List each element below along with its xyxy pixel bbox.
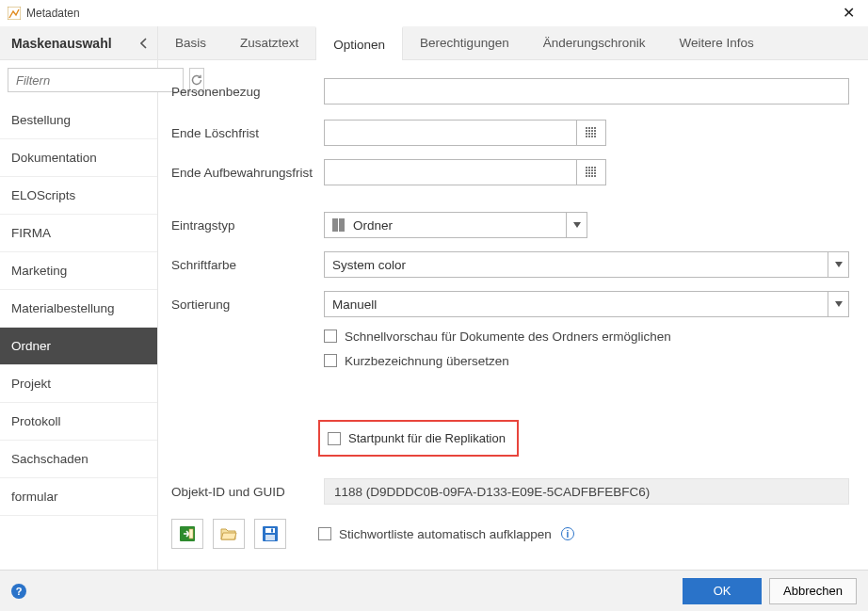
close-button[interactable]: ✕ [837, 4, 860, 23]
mask-item-label: Marketing [11, 264, 67, 278]
guid-label: Objekt-ID und GUID [171, 485, 324, 499]
sortierung-value: Manuell [332, 297, 377, 312]
calendar-icon [585, 126, 598, 139]
svg-rect-19 [591, 167, 593, 169]
svg-rect-16 [594, 136, 596, 137]
svg-rect-20 [594, 167, 596, 169]
svg-rect-15 [591, 136, 593, 137]
app-icon [8, 7, 21, 20]
tab-label: Weitere Infos [680, 36, 754, 50]
date-picker-button[interactable] [576, 120, 606, 146]
svg-rect-27 [591, 172, 593, 174]
mask-item-label: Sachschaden [11, 452, 88, 466]
stichwortliste-checkbox-row[interactable]: Stichwortliste automatisch aufklappen i [318, 522, 574, 546]
mask-item[interactable]: Sachschaden [0, 441, 157, 478]
chevron-down-icon [573, 222, 581, 228]
svg-rect-29 [586, 175, 587, 177]
personenbezug-label: Personenbezug [171, 85, 324, 99]
date-picker-button[interactable] [576, 159, 606, 185]
combo-dropdown-button[interactable] [567, 212, 587, 238]
mask-item[interactable]: Bestellung [0, 102, 157, 139]
ende-aufbewahrung-label: Ende Aufbewahrungsfrist [171, 166, 324, 180]
mask-item-label: Projekt [11, 377, 51, 391]
svg-rect-25 [586, 172, 587, 174]
tab-berechtigungen[interactable]: Berechtigungen [403, 26, 526, 59]
mask-item[interactable]: Projekt [0, 365, 157, 403]
combo-dropdown-button[interactable] [828, 291, 849, 317]
filter-input[interactable] [8, 68, 184, 92]
tab-label: Optionen [333, 38, 385, 52]
mask-item[interactable]: Ordner [0, 328, 157, 365]
open-folder-button[interactable] [213, 519, 245, 549]
save-button[interactable] [254, 519, 286, 549]
mask-item-label: formular [11, 490, 58, 504]
ende-loeschfrist-input[interactable] [324, 120, 576, 146]
svg-rect-23 [591, 169, 593, 171]
tab-zusatztext[interactable]: Zusatztext [223, 26, 315, 59]
folder-type-icon [332, 218, 347, 232]
svg-rect-38 [271, 529, 273, 533]
sortierung-combo[interactable]: Manuell [324, 291, 849, 317]
action-icon-bar: Stichwortliste automatisch aufklappen i [171, 519, 849, 549]
sidebar-title: Maskenauswahl [11, 36, 112, 51]
mask-item[interactable]: formular [0, 478, 157, 516]
svg-rect-31 [591, 175, 593, 177]
tab-label: Änderungschronik [543, 36, 646, 50]
tab-weitere-infos[interactable]: Weitere Infos [663, 26, 771, 59]
footer: ? OK Abbrechen [0, 570, 868, 611]
mask-item[interactable]: Materialbestellung [0, 290, 157, 328]
svg-rect-26 [588, 172, 590, 174]
tab-label: Berechtigungen [420, 36, 509, 50]
help-button[interactable]: ? [11, 584, 26, 599]
ok-button[interactable]: OK [683, 578, 762, 604]
goto-button[interactable] [171, 519, 203, 549]
personenbezug-input[interactable] [324, 78, 849, 105]
calendar-icon [585, 166, 598, 179]
checkbox-icon [324, 354, 337, 367]
info-icon[interactable]: i [561, 527, 574, 540]
svg-rect-28 [594, 172, 596, 174]
goto-icon [179, 525, 196, 542]
svg-rect-14 [588, 136, 590, 137]
svg-rect-22 [588, 169, 590, 171]
schnellvorschau-checkbox-row[interactable]: Schnellvorschau für Dokumente des Ordner… [324, 324, 849, 348]
svg-rect-11 [591, 133, 593, 135]
svg-rect-7 [591, 130, 593, 132]
mask-item[interactable]: Dokumentation [0, 139, 157, 177]
mask-item-label: Bestellung [11, 113, 71, 127]
svg-rect-13 [586, 136, 587, 137]
sidebar: Bestellung Dokumentation ELOScripts FIRM… [0, 60, 158, 570]
cancel-button[interactable]: Abbrechen [769, 578, 857, 604]
tab-aenderungschronik[interactable]: Änderungschronik [526, 26, 663, 59]
tab-optionen[interactable]: Optionen [315, 26, 403, 60]
eintragstyp-combo[interactable]: Ordner [324, 212, 587, 238]
svg-rect-2 [588, 127, 590, 129]
mask-item-label: ELOScripts [11, 188, 75, 202]
tab-basis[interactable]: Basis [158, 26, 223, 59]
sidebar-header: Maskenauswahl [0, 26, 158, 59]
mask-item[interactable]: Protokoll [0, 403, 157, 441]
svg-rect-5 [586, 130, 587, 132]
mask-item-label: FIRMA [11, 226, 51, 240]
combo-dropdown-button[interactable] [828, 251, 849, 278]
guid-value: 1188 (D9DDDC0B-09FA-D133-E09E-5CADFBFEBF… [324, 478, 849, 505]
mask-item-label: Materialbestellung [11, 301, 115, 315]
folder-open-icon [220, 526, 237, 541]
svg-rect-24 [594, 169, 596, 171]
sidebar-collapse-button[interactable] [140, 38, 148, 49]
svg-rect-3 [591, 127, 593, 129]
svg-rect-36 [265, 528, 275, 533]
mask-item[interactable]: Marketing [0, 252, 157, 290]
ende-aufbewahrung-input[interactable] [324, 159, 576, 185]
titlebar: Metadaten ✕ [0, 0, 868, 26]
sortierung-label: Sortierung [171, 297, 324, 312]
kurzbezeichnung-checkbox-row[interactable]: Kurzbezeichnung übersetzen [324, 348, 849, 373]
checkbox-icon [318, 527, 331, 540]
checkbox-icon[interactable] [328, 432, 341, 445]
mask-item[interactable]: FIRMA [0, 215, 157, 252]
mask-item[interactable]: ELOScripts [0, 177, 157, 215]
schriftfarbe-value: System color [332, 258, 406, 272]
svg-rect-4 [594, 127, 596, 129]
tab-label: Basis [175, 36, 206, 50]
schriftfarbe-combo[interactable]: System color [324, 251, 849, 278]
